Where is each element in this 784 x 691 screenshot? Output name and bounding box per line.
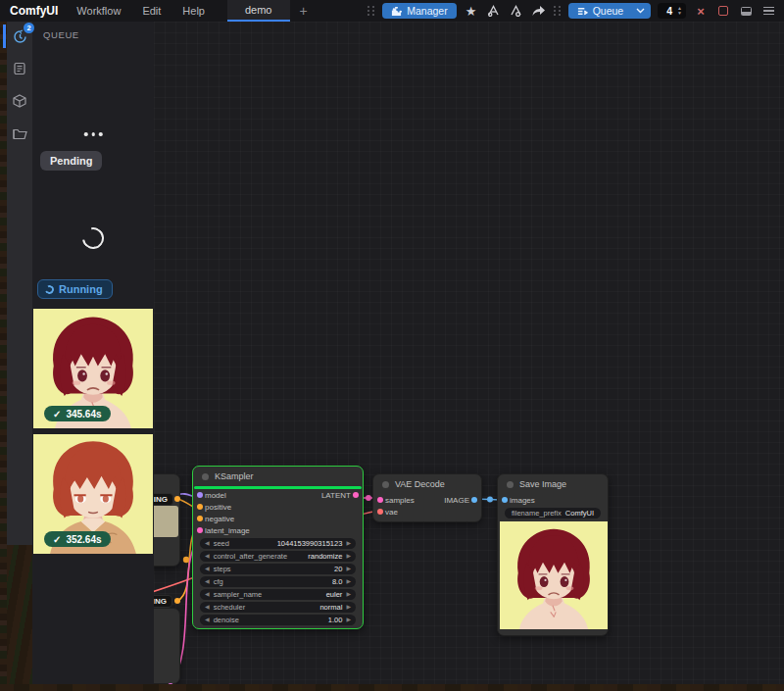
- lasso-icon-2[interactable]: [509, 3, 524, 19]
- node-graph-canvas[interactable]: th lor, ed itable RUNNING RUNNING KSampl…: [154, 22, 784, 684]
- duration-badge: ✓ 345.64s: [44, 406, 111, 421]
- image-output-dot[interactable]: [471, 497, 477, 503]
- desktop-wallpaper-left: [0, 22, 7, 691]
- bottom-panel-icon[interactable]: [738, 3, 754, 19]
- manager-button[interactable]: Manager: [382, 3, 456, 19]
- decrement-icon[interactable]: ◀: [205, 551, 210, 562]
- sidebar-icon-rail: 2: [7, 22, 32, 545]
- pending-section-label: Pending: [40, 151, 102, 171]
- latent-output-dot[interactable]: [353, 492, 359, 498]
- toolbar-drag-handle[interactable]: [368, 6, 375, 16]
- increment-icon[interactable]: ▶: [346, 538, 351, 549]
- stop-icon[interactable]: [715, 3, 731, 19]
- decrement-icon[interactable]: ◀: [205, 589, 210, 600]
- positive-input-dot[interactable]: [197, 504, 203, 510]
- sidebar-item-queue[interactable]: 2: [10, 26, 29, 46]
- menu-workflow[interactable]: Workflow: [66, 5, 131, 17]
- sidebar-item-model-library[interactable]: [10, 91, 29, 111]
- node-vae-decode[interactable]: VAE Decode samples IMAGE vae: [372, 473, 482, 522]
- node-title: KSampler: [215, 471, 254, 481]
- conditioning-output-dot[interactable]: [174, 598, 180, 604]
- stepper-arrows-icon[interactable]: ▲▼: [677, 6, 682, 16]
- node-header[interactable]: KSampler: [193, 467, 363, 486]
- clear-queue-icon[interactable]: ×: [693, 3, 709, 19]
- widget-filename-prefix[interactable]: filename_prefix ComfyUI: [505, 508, 601, 518]
- decrement-icon[interactable]: ◀: [205, 602, 210, 613]
- running-section-label: Running: [37, 279, 113, 299]
- widget-sampler-name[interactable]: ◀ sampler_name euler ▶: [200, 589, 356, 600]
- duration-badge: ✓ 352.64s: [44, 531, 111, 547]
- collapse-dot[interactable]: [507, 481, 514, 488]
- node-header[interactable]: VAE Decode: [373, 474, 481, 494]
- desktop-wallpaper-bottom: [0, 684, 784, 691]
- widget-steps[interactable]: ◀ steps 20 ▶: [200, 564, 356, 574]
- increment-icon[interactable]: ▶: [346, 564, 351, 574]
- sidebar-item-workflows[interactable]: [10, 123, 29, 143]
- chevron-down-icon[interactable]: [636, 8, 645, 14]
- queue-drag-handle[interactable]: [554, 6, 562, 16]
- app-logo: ComfyUI: [0, 4, 66, 18]
- queue-result-thumbnail-2[interactable]: ✓ 352.64s: [33, 434, 153, 554]
- collapse-dot[interactable]: [202, 473, 209, 480]
- increment-icon[interactable]: ▶: [346, 602, 351, 613]
- puzzle-icon: [391, 6, 402, 17]
- node-clip-text-encode-partial[interactable]: th lor, ed itable: [154, 473, 180, 567]
- running-spinner-icon: [44, 283, 56, 295]
- node-library-icon: [13, 62, 26, 75]
- decrement-icon[interactable]: ◀: [205, 615, 210, 625]
- workflow-tab-demo[interactable]: demo: [227, 0, 290, 22]
- queue-panel: QUEUE Pending Running ✓ 345.64s ✓ 352.64…: [32, 22, 154, 684]
- prompt-text-widget[interactable]: th lor, ed itable: [154, 506, 178, 537]
- node-title: VAE Decode: [395, 479, 445, 489]
- negative-input-dot[interactable]: [197, 516, 203, 521]
- menu-help[interactable]: Help: [172, 5, 216, 17]
- decrement-icon[interactable]: ◀: [205, 576, 210, 587]
- node-ksampler[interactable]: KSampler model LATENT positive negative …: [192, 466, 364, 629]
- increment-icon[interactable]: ▶: [346, 551, 351, 562]
- collapse-dot[interactable]: [382, 481, 389, 488]
- node-save-image[interactable]: Save Image images filename_prefix ComfyU…: [497, 473, 609, 636]
- lasso-icon-1[interactable]: [486, 3, 502, 19]
- decrement-icon[interactable]: ◀: [205, 564, 210, 574]
- check-icon: ✓: [53, 534, 61, 545]
- widget-control-after-generate[interactable]: ◀ control_after_generate randomize ▶: [200, 551, 356, 562]
- widget-cfg[interactable]: ◀ cfg 8.0 ▶: [200, 576, 356, 587]
- batch-count-value: 4: [666, 5, 672, 17]
- more-options-icon[interactable]: [84, 132, 103, 136]
- check-icon: ✓: [53, 409, 61, 420]
- decrement-icon[interactable]: ◀: [205, 538, 210, 549]
- images-input-dot[interactable]: [502, 497, 508, 503]
- samples-input-dot[interactable]: [377, 497, 383, 503]
- increment-icon[interactable]: ▶: [346, 615, 351, 625]
- vae-input-dot[interactable]: [377, 509, 383, 515]
- comfyui-app: ComfyUI Workflow Edit Help demo + Manage…: [0, 0, 784, 691]
- conditioning-output-dot[interactable]: [174, 496, 180, 502]
- model-input-dot[interactable]: [197, 492, 203, 498]
- share-icon[interactable]: [531, 3, 547, 19]
- folder-icon: [13, 127, 27, 140]
- running-badge: RUNNING: [154, 493, 173, 506]
- widget-seed[interactable]: ◀ seed 1044153990315123 ▶: [200, 538, 356, 549]
- saved-image-preview[interactable]: [500, 521, 608, 629]
- hamburger-menu-icon[interactable]: [760, 3, 776, 19]
- queue-panel-title: QUEUE: [32, 22, 154, 40]
- loading-spinner-icon: [78, 223, 109, 254]
- top-menubar: ComfyUI Workflow Edit Help demo + Manage…: [0, 0, 784, 22]
- menu-edit[interactable]: Edit: [131, 5, 172, 17]
- queue-result-thumbnail-1[interactable]: ✓ 345.64s: [33, 309, 153, 428]
- star-icon[interactable]: ★: [464, 3, 479, 19]
- increment-icon[interactable]: ▶: [346, 576, 351, 587]
- widget-denoise[interactable]: ◀ denoise 1.00 ▶: [200, 615, 356, 625]
- new-tab-button[interactable]: +: [290, 3, 318, 19]
- sidebar-item-node-library[interactable]: [10, 59, 29, 78]
- node-title: Save Image: [519, 479, 566, 489]
- batch-count-stepper[interactable]: 4 ▲▼: [658, 3, 686, 19]
- desktop-wallpaper-rail: [7, 545, 32, 691]
- widget-scheduler[interactable]: ◀ scheduler normal ▶: [200, 602, 356, 613]
- queue-button[interactable]: Queue: [568, 3, 652, 19]
- latent-image-input-dot[interactable]: [197, 527, 203, 533]
- queue-run-icon: [577, 6, 588, 17]
- increment-icon[interactable]: ▶: [346, 589, 351, 600]
- node-header[interactable]: Save Image: [498, 474, 608, 494]
- node-partial-bottom[interactable]: [154, 608, 180, 684]
